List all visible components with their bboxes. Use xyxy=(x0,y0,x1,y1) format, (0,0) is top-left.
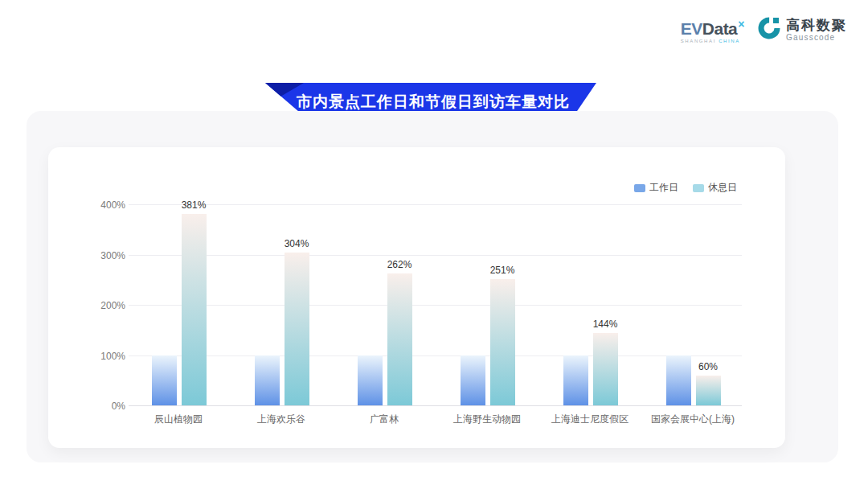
legend-item-休息日[interactable]: 休息日 xyxy=(693,181,737,195)
y-tick-label: 200% xyxy=(56,299,125,312)
bar-holiday xyxy=(490,279,515,405)
x-category-label: 广富林 xyxy=(328,413,440,426)
header-logos: EVData× SHANGHAI CHINA 高科数聚 Gausscode xyxy=(681,16,847,43)
legend-swatch-icon xyxy=(634,184,645,192)
grid-line xyxy=(129,355,742,356)
y-tick-label: 0% xyxy=(56,400,125,413)
gausscode-g-icon xyxy=(757,16,781,43)
bar-value-label: 304% xyxy=(272,238,321,249)
gausscode-logo: 高科数聚 Gausscode xyxy=(757,16,847,43)
plot-area: 381%辰山植物园304%上海欢乐谷262%广富林251%上海野生动物园144%… xyxy=(129,205,742,406)
bar-value-label: 60% xyxy=(684,361,732,372)
legend-swatch-icon xyxy=(693,184,704,192)
bar-holiday xyxy=(387,273,412,405)
bar-workday xyxy=(255,355,280,406)
x-category-label: 上海野生动物园 xyxy=(431,413,543,426)
bar-value-label: 251% xyxy=(478,265,526,276)
evdata-wordmark: EVData× xyxy=(681,16,744,37)
evdata-x-icon: × xyxy=(738,18,744,31)
bar-value-label: 262% xyxy=(375,259,424,270)
bar-workday xyxy=(563,355,588,406)
grid-line xyxy=(129,255,742,256)
chart-legend: 工作日休息日 xyxy=(634,181,737,195)
y-tick-label: 300% xyxy=(56,249,125,262)
page-title: 市内景点工作日和节假日到访车量对比 xyxy=(292,92,570,113)
bar-workday xyxy=(461,355,485,406)
gausscode-text: 高科数聚 Gausscode xyxy=(786,18,847,42)
y-tick-label: 400% xyxy=(56,199,125,212)
chart-card: 工作日休息日 0%100%200%300%400% 381%辰山植物园304%上… xyxy=(48,147,785,448)
grid-line xyxy=(129,305,742,306)
grid-line xyxy=(129,204,742,205)
evdata-logo: EVData× SHANGHAI CHINA xyxy=(681,16,744,43)
bar-workday xyxy=(358,355,383,406)
page: EVData× SHANGHAI CHINA 高科数聚 Gausscode 市内… xyxy=(0,0,868,489)
bar-holiday xyxy=(182,214,207,405)
x-category-label: 上海欢乐谷 xyxy=(225,413,338,426)
bar-holiday xyxy=(285,253,309,405)
legend-label: 休息日 xyxy=(708,181,737,195)
x-category-label: 国家会展中心(上海) xyxy=(637,413,749,426)
x-category-label: 辰山植物园 xyxy=(122,413,235,426)
y-tick-label: 100% xyxy=(56,350,125,363)
bar-value-label: 144% xyxy=(581,318,629,330)
bar-holiday xyxy=(593,333,618,405)
evdata-tagline: SHANGHAI CHINA xyxy=(681,39,744,43)
bar-value-label: 381% xyxy=(170,199,218,211)
x-category-label: 上海迪士尼度假区 xyxy=(534,413,646,426)
y-axis: 0%100%200%300%400% xyxy=(56,205,125,406)
legend-label: 工作日 xyxy=(649,181,678,195)
bar-workday xyxy=(152,355,177,406)
bar-holiday xyxy=(696,376,721,406)
legend-item-工作日[interactable]: 工作日 xyxy=(634,181,678,195)
